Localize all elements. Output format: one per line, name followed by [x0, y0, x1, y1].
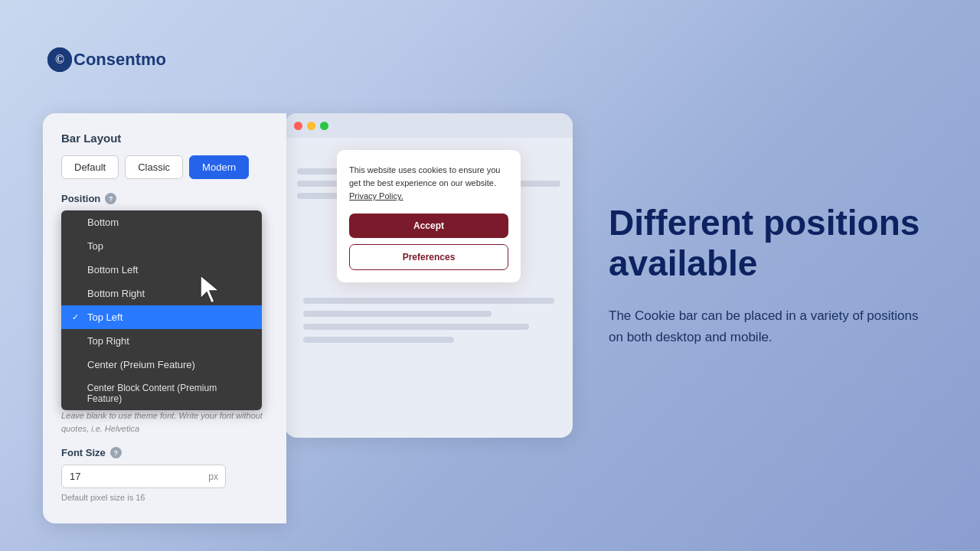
position-row: Position ? — [61, 193, 268, 204]
cursor-arrow — [198, 274, 225, 308]
left-panel: Bar Layout Default Classic Modern Positi… — [0, 0, 578, 551]
arrow-cursor-icon — [198, 274, 225, 305]
cookie-text: This website uses cookies to ensure you … — [349, 164, 508, 203]
traffic-light-yellow — [307, 122, 315, 130]
position-select-wrapper: Bottom ▾ Bottom Top Bottom Left — [61, 210, 268, 234]
browser-content: This website uses cookies to ensure you … — [285, 138, 573, 367]
font-family-section: Leave blank to use theme font. Write you… — [61, 409, 268, 435]
dropdown-item-label: Top Right — [87, 335, 129, 347]
font-size-label-row: Font Size ? — [61, 447, 268, 458]
logo-icon: © — [47, 47, 72, 72]
logo-text: Consentmo — [74, 50, 166, 70]
layout-modern-button[interactable]: Modern — [189, 155, 249, 179]
privacy-policy-link[interactable]: Privacy Policy. — [349, 191, 403, 201]
dropdown-item-label: Top — [87, 240, 103, 252]
font-family-note: Leave blank to use theme font. Write you… — [61, 409, 268, 435]
position-help-icon: ? — [105, 193, 116, 204]
font-size-input[interactable] — [61, 465, 226, 488]
svg-text:©: © — [55, 53, 64, 66]
content-line-1 — [303, 298, 554, 304]
dropdown-item-bottom-left[interactable]: Bottom Left — [61, 258, 262, 282]
traffic-light-red — [294, 122, 302, 130]
cookie-modal: This website uses cookies to ensure you … — [337, 150, 521, 282]
font-size-section: Font Size ? px Default pixel size is 16 — [61, 447, 268, 502]
layout-default-button[interactable]: Default — [61, 155, 119, 179]
traffic-light-green — [320, 122, 328, 130]
main-headline: Different positions available — [609, 203, 934, 284]
content-line-3 — [303, 324, 529, 330]
settings-card: Bar Layout Default Classic Modern Positi… — [43, 113, 286, 523]
dropdown-item-label: Bottom Left — [87, 264, 138, 276]
accept-button[interactable]: Accept — [349, 214, 508, 238]
main-subtext: The Cookie bar can be placed in a variet… — [609, 305, 934, 348]
font-size-input-wrapper: px — [61, 465, 226, 488]
font-size-label: Font Size — [61, 447, 106, 458]
position-label: Position — [61, 193, 100, 204]
browser-mockup: This website uses cookies to ensure you … — [285, 113, 573, 438]
dropdown-item-top-left[interactable]: ✓ Top Left — [61, 305, 262, 329]
check-mark-icon: ✓ — [72, 312, 81, 322]
font-size-help-icon: ? — [110, 447, 122, 458]
browser-titlebar — [285, 113, 573, 138]
dropdown-item-label: Bottom — [87, 217, 119, 228]
content-line-4 — [303, 337, 454, 343]
dropdown-item-center-preium[interactable]: Center (Preium Feature) — [61, 353, 262, 377]
content-lines-below — [297, 293, 560, 354]
dropdown-item-label: Bottom Right — [87, 288, 145, 299]
position-dropdown: Bottom Top Bottom Left Bottom Right — [61, 210, 262, 410]
preferences-button[interactable]: Preferences — [349, 244, 508, 270]
px-suffix: px — [208, 471, 218, 482]
bar-layout-title: Bar Layout — [61, 132, 268, 145]
logo-area: © Consentmo — [47, 47, 166, 72]
dropdown-item-center-block[interactable]: Center Block Content (Premium Feature) — [61, 377, 262, 410]
dropdown-item-label: Center Block Content (Premium Feature) — [87, 383, 251, 404]
dropdown-item-top-right[interactable]: Top Right — [61, 329, 262, 353]
dropdown-item-bottom[interactable]: Bottom — [61, 210, 262, 234]
svg-marker-2 — [201, 276, 219, 303]
right-panel: Different positions available The Cookie… — [578, 0, 980, 551]
dropdown-item-top[interactable]: Top — [61, 234, 262, 258]
dropdown-item-bottom-right[interactable]: Bottom Right — [61, 282, 262, 305]
layout-buttons: Default Classic Modern — [61, 155, 268, 179]
dropdown-item-label: Center (Preium Feature) — [87, 359, 195, 370]
dropdown-item-label: Top Left — [87, 311, 122, 323]
font-size-default-note: Default pixel size is 16 — [61, 493, 268, 502]
layout-classic-button[interactable]: Classic — [125, 155, 183, 179]
content-line-2 — [303, 311, 492, 317]
